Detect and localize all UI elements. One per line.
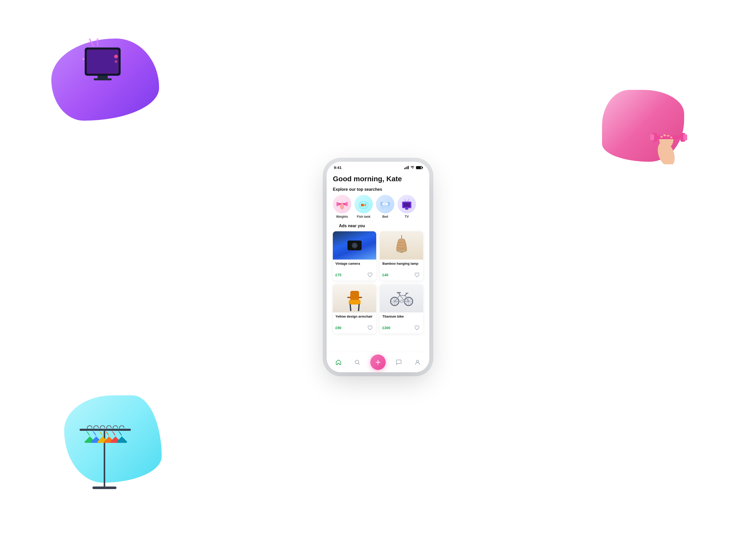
- ad-footer-camera: £75: [336, 271, 374, 279]
- svg-rect-56: [349, 304, 351, 311]
- svg-rect-59: [359, 297, 362, 298]
- svg-line-50: [408, 200, 409, 201]
- svg-point-37: [361, 204, 364, 207]
- ad-title-bike: Titanium bike: [382, 315, 420, 323]
- ad-card-camera[interactable]: Vintage camera £75: [333, 231, 376, 281]
- svg-rect-46: [403, 203, 410, 207]
- category-fishtank[interactable]: Fish tank: [354, 195, 373, 218]
- svg-rect-58: [347, 297, 351, 298]
- ad-title-lamp: Bamboo hanging lamp: [382, 262, 420, 270]
- ad-footer-lamp: £40: [382, 271, 420, 279]
- status-icons: [404, 166, 422, 170]
- category-weights[interactable]: Weights: [333, 195, 351, 218]
- svg-point-53: [396, 249, 407, 252]
- svg-rect-12: [94, 78, 112, 80]
- svg-point-27: [670, 137, 672, 138]
- weights-decoration: [633, 103, 705, 175]
- svg-point-38: [362, 205, 362, 205]
- ads-section-title: Ads near you: [333, 224, 423, 231]
- favorite-camera-button[interactable]: [366, 271, 374, 279]
- ad-card-lamp[interactable]: Bamboo hanging lamp £40: [380, 231, 423, 281]
- category-fishtank-img: [354, 195, 373, 213]
- ad-info-lamp: Bamboo hanging lamp £40: [380, 260, 423, 281]
- ads-grid: Vintage camera £75: [333, 231, 423, 333]
- clothes-decoration: [69, 413, 141, 495]
- svg-rect-44: [386, 203, 388, 205]
- search-categories-list: Weights Fish tank: [327, 195, 429, 224]
- svg-point-3: [96, 39, 98, 40]
- ad-card-bike[interactable]: Titanium bike £300: [380, 284, 423, 333]
- svg-rect-23: [683, 134, 687, 140]
- category-fishtank-label: Fish tank: [357, 215, 370, 218]
- ad-price-lamp: £40: [382, 273, 388, 277]
- category-tv-img: [397, 195, 416, 213]
- greeting-text: Good morning, Kate: [327, 173, 429, 187]
- svg-rect-57: [358, 304, 360, 311]
- top-searches-title: Explore our top searches: [327, 187, 429, 195]
- svg-rect-8: [88, 51, 118, 73]
- category-bed[interactable]: Bed: [376, 195, 394, 218]
- status-bar: 9:41: [327, 162, 429, 171]
- wifi-icon: [410, 166, 415, 170]
- nav-add-button[interactable]: [370, 354, 386, 370]
- ad-image-camera: [333, 231, 376, 260]
- nav-messages-button[interactable]: [393, 356, 404, 368]
- signal-icon: [404, 166, 409, 169]
- category-bed-img: [376, 195, 394, 213]
- ad-info-bike: Titanium bike £300: [380, 312, 423, 333]
- svg-point-26: [667, 135, 669, 137]
- ads-section: Ads near you Vintage camera £75: [327, 224, 429, 333]
- nav-home-button[interactable]: [333, 356, 344, 368]
- svg-point-2: [89, 39, 91, 41]
- svg-point-74: [400, 300, 403, 303]
- camera-body: [347, 240, 362, 250]
- svg-line-76: [359, 363, 360, 365]
- nav-search-button[interactable]: [352, 356, 363, 368]
- status-time: 9:41: [334, 165, 341, 170]
- svg-rect-43: [382, 203, 385, 205]
- svg-line-0: [90, 40, 94, 46]
- favorite-lamp-button[interactable]: [414, 271, 420, 279]
- ad-card-chair[interactable]: Yellow design armchair £90: [333, 284, 376, 333]
- svg-rect-55: [349, 300, 361, 304]
- svg-rect-21: [650, 134, 654, 140]
- favorite-chair-button[interactable]: [366, 324, 374, 331]
- category-weights-label: Weights: [336, 215, 348, 218]
- ad-image-bike: [380, 284, 423, 312]
- svg-point-25: [663, 135, 666, 136]
- ad-price-bike: £300: [382, 326, 390, 330]
- camera-lens: [352, 242, 358, 248]
- ad-price-camera: £75: [336, 273, 341, 277]
- svg-point-9: [114, 55, 118, 58]
- bottom-navigation: [327, 352, 429, 372]
- svg-rect-33: [346, 202, 348, 206]
- svg-point-34: [340, 203, 344, 210]
- svg-point-5: [82, 58, 84, 60]
- category-bed-label: Bed: [382, 215, 388, 218]
- svg-point-36: [361, 202, 366, 204]
- ad-info-chair: Yellow design armchair £90: [333, 312, 376, 333]
- battery-icon: [416, 166, 422, 169]
- favorite-bike-button[interactable]: [414, 324, 420, 331]
- ad-title-camera: Vintage camera: [336, 262, 374, 270]
- category-weights-img: [333, 195, 351, 213]
- category-tv[interactable]: TV: [397, 195, 416, 218]
- phone-shell: 9:41 Good morning, Kate: [327, 162, 429, 372]
- svg-point-79: [417, 360, 418, 362]
- ad-image-chair: [333, 284, 376, 312]
- ad-info-camera: Vintage camera £75: [333, 260, 376, 281]
- svg-line-72: [399, 293, 400, 295]
- ad-footer-chair: £90: [336, 324, 374, 331]
- ad-image-lamp: [380, 231, 423, 260]
- svg-rect-32: [337, 202, 338, 206]
- svg-point-10: [115, 60, 117, 63]
- phone-device: 9:41 Good morning, Kate: [327, 162, 429, 372]
- svg-line-49: [405, 200, 406, 201]
- ad-price-chair: £90: [336, 326, 341, 330]
- phone-content: Good morning, Kate Explore our top searc…: [327, 171, 429, 352]
- category-tv-label: TV: [405, 215, 409, 218]
- svg-rect-30: [93, 487, 117, 489]
- svg-point-24: [660, 136, 663, 138]
- ad-title-chair: Yellow design armchair: [336, 315, 374, 323]
- nav-profile-button[interactable]: [412, 356, 423, 368]
